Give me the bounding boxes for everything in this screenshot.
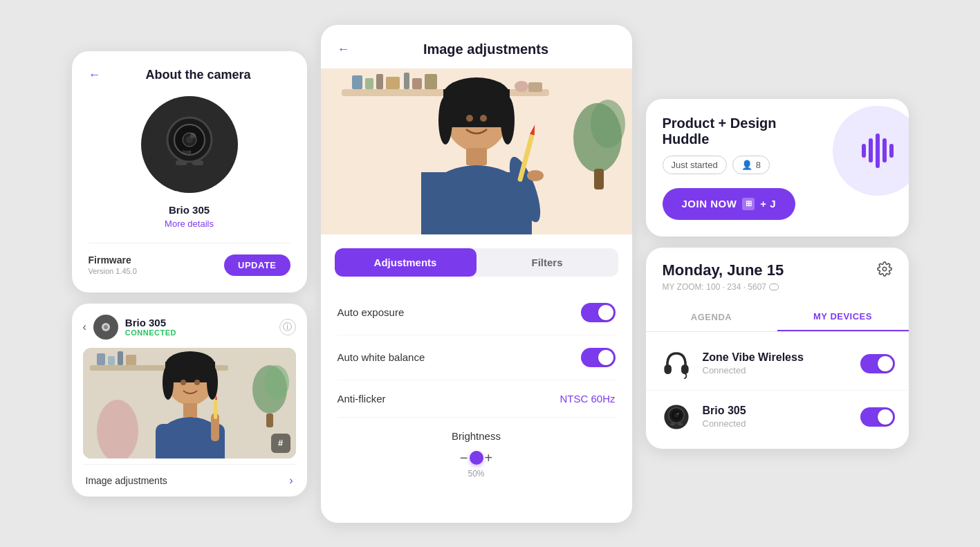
camera-device-illustration	[663, 403, 690, 431]
svg-point-57	[480, 115, 487, 122]
image-adj-header: ← Image adjustments	[321, 25, 632, 68]
svg-point-19	[264, 365, 289, 400]
tab-my-devices[interactable]: MY DEVICES	[777, 303, 909, 331]
svg-point-54	[501, 96, 515, 145]
brightness-top: Brightness	[452, 430, 501, 442]
tab-adjustments[interactable]: Adjustments	[335, 248, 477, 277]
sound-bar-2	[869, 138, 873, 163]
svg-rect-6	[176, 160, 187, 165]
calendar-header: Monday, June 15 MY ZOOM: 100 · 234 · 560…	[646, 248, 909, 303]
svg-rect-29	[183, 403, 197, 417]
image-adjustments-card: ← Image adjustments	[321, 25, 632, 523]
huddle-card: × Product + Design Huddle Just started 👤…	[646, 99, 909, 237]
svg-point-26	[207, 365, 218, 400]
brightness-decrease-button[interactable]: −	[460, 450, 468, 466]
svg-point-28	[194, 380, 200, 385]
device-item-brio305: Brio 305 Connected	[646, 391, 909, 443]
info-button[interactable]: ⓘ	[279, 319, 296, 335]
brio305-icon	[660, 400, 693, 434]
svg-rect-49	[594, 169, 604, 189]
image-adjustments-chevron[interactable]: ›	[289, 474, 293, 487]
camera-name: Brio 305	[89, 204, 290, 216]
hashtag-badge[interactable]: #	[271, 434, 290, 453]
svg-rect-43	[412, 78, 422, 89]
headphones-illustration	[661, 349, 692, 379]
brio305-status: Connected	[703, 418, 851, 429]
zone-vibe-name: Zone Vibe Wireless	[703, 351, 851, 364]
zone-vibe-icon	[660, 347, 693, 380]
zone-vibe-toggle[interactable]	[860, 354, 895, 373]
brightness-increase-button[interactable]: +	[485, 450, 493, 466]
huddle-people-badge: 👤 8	[732, 156, 770, 174]
connected-status: CONNECTED	[125, 328, 272, 337]
brightness-percent: 50%	[468, 469, 484, 479]
svg-point-25	[163, 365, 174, 400]
camera-preview-header: ‹ Brio 305 CONNECTED ⓘ	[83, 315, 296, 340]
svg-text:logi: logi	[183, 149, 192, 155]
brightness-label: Brightness	[452, 430, 501, 442]
camera-preview-card: ‹ Brio 305 CONNECTED ⓘ	[72, 304, 307, 497]
video-preview	[321, 68, 632, 234]
zone-vibe-info: Zone Vibe Wireless Connected	[703, 351, 851, 376]
back-button[interactable]: ←	[89, 68, 101, 82]
windows-key-icon: ⊞	[742, 198, 755, 210]
settings-button[interactable]	[877, 261, 892, 280]
adj-tabs: Adjustments Filters	[335, 248, 618, 277]
prev-camera-button[interactable]: ‹	[83, 321, 86, 333]
auto-white-balance-row: Auto white balance	[338, 335, 616, 380]
brightness-thumb[interactable]	[470, 451, 483, 465]
more-details-link[interactable]: More details	[89, 219, 290, 229]
camera-image: logi	[141, 96, 238, 193]
svg-point-65	[882, 267, 887, 271]
svg-rect-44	[425, 74, 437, 89]
image-adj-back-button[interactable]: ←	[338, 42, 350, 57]
tab-filters[interactable]: Filters	[477, 248, 618, 277]
svg-rect-39	[365, 78, 373, 89]
auto-white-balance-toggle[interactable]	[581, 348, 616, 367]
main-video-illustration	[321, 68, 632, 234]
svg-point-53	[438, 96, 452, 145]
right-column: × Product + Design Huddle Just started 👤…	[646, 99, 909, 449]
svg-point-48	[591, 100, 625, 148]
about-camera-header: ← About the camera	[89, 68, 290, 82]
calendar-date: Monday, June 15	[663, 261, 784, 279]
link-icon	[769, 284, 779, 290]
svg-rect-40	[376, 74, 383, 89]
anti-flicker-value[interactable]: NTSC 60Hz	[560, 393, 615, 405]
auto-exposure-row: Auto exposure	[338, 290, 616, 335]
calendar-tabs: AGENDA MY DEVICES	[646, 303, 909, 332]
preview-camera-name: Brio 305	[125, 317, 272, 328]
image-adjustments-row[interactable]: Image adjustments ›	[83, 464, 296, 497]
camera-image-container: logi	[89, 96, 290, 193]
sound-bar-4	[882, 138, 887, 163]
svg-point-62	[527, 170, 544, 181]
svg-rect-15	[108, 356, 115, 365]
calendar-card: Monday, June 15 MY ZOOM: 100 · 234 · 560…	[646, 248, 909, 449]
firmware-label: Firmware	[89, 254, 137, 266]
huddle-status-text: Just started	[672, 160, 718, 170]
svg-point-10	[104, 325, 108, 329]
about-camera-title: About the camera	[107, 68, 290, 82]
sound-wave-icon	[862, 133, 894, 168]
svg-rect-14	[97, 353, 105, 365]
svg-rect-74	[678, 423, 682, 425]
svg-point-72	[676, 412, 678, 414]
middle-column: ← Image adjustments	[321, 25, 632, 523]
people-count: 8	[756, 160, 761, 170]
svg-rect-7	[192, 160, 203, 165]
svg-rect-66	[664, 364, 672, 373]
brio305-toggle[interactable]	[860, 407, 895, 427]
auto-white-balance-label: Auto white balance	[338, 351, 425, 363]
join-now-button[interactable]: JOIN NOW ⊞ + J	[663, 188, 796, 220]
svg-point-45	[515, 81, 528, 92]
image-adj-title: Image adjustments	[357, 41, 616, 57]
svg-point-27	[181, 380, 186, 385]
brio305-name: Brio 305	[703, 405, 851, 417]
calendar-date-info: Monday, June 15 MY ZOOM: 100 · 234 · 560…	[663, 261, 784, 292]
tab-agenda[interactable]: AGENDA	[646, 303, 777, 331]
auto-exposure-toggle[interactable]	[581, 303, 616, 322]
update-button[interactable]: UPDATE	[224, 254, 290, 276]
zoom-label: MY ZOOM: 100 · 234 · 5607	[663, 282, 767, 292]
camera-illustration: logi	[145, 100, 234, 189]
brightness-slider-container: − +	[460, 450, 492, 466]
